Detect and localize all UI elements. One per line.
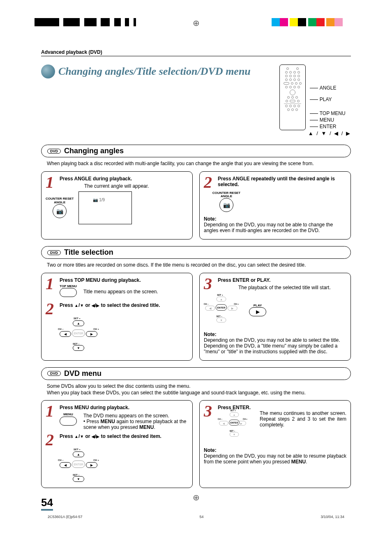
remote-label-topmenu: TOP MENU [308,111,351,116]
remote-label-angle: ANGLE [308,85,351,91]
registration-mark-top: ⊕ [193,18,200,28]
step-number: 2 [46,302,57,315]
top-menu-button-icon [60,288,77,297]
step-panel: 1 Press MENU during playback. MENU The D… [41,400,193,488]
remote-label-enter: ENTER [308,124,351,129]
step-panel: 3 Press ENTER or PLAY. The playback of t… [199,273,351,361]
angle-button-icon: 📷 [53,204,67,218]
dpad-icon: SET + ▲ CH – ◀ ENTER CH + ▶ SET – ▼ [204,295,239,322]
dvd-badge-icon: DVD [47,149,61,154]
step-panel: 2 Press ANGLE repeatedly until the desir… [199,171,351,240]
note-heading: Note: [204,447,346,453]
note-text: Depending on the DVD, you may not be abl… [204,453,346,465]
step-number: 2 [46,433,57,447]
step-number: 3 [204,405,215,443]
registration-mark-bottom: ⊕ [193,493,200,502]
note-heading: Note: [204,332,346,337]
angle-button-icon: 📷 [219,198,233,212]
remote-label-play: PLAY [308,97,351,102]
section-heading-dvd-menu: DVD DVD menu [41,367,351,380]
step-panel: 3 Press ENTER. SET + ▲ CH – ◀ ENTER CH +… [199,400,351,488]
osd-display: 📷 1/9 [78,191,132,224]
note-heading: Note: [204,216,346,222]
step-number: 1 [46,405,57,430]
color-registration-strip [272,18,343,28]
note-text: Depending on the DVD, you may not be abl… [204,222,346,233]
page-title: Changing angles/Title selection/DVD menu [41,64,251,78]
dpad-icon: SET + ▲ CH – ◀ ENTER CH + ▶ SET – ▼ [58,318,99,351]
step-number: 1 [46,176,57,189]
intro-text: When playing back a disc recorded with m… [47,161,345,167]
remote-icon [280,65,305,115]
section-heading-title-selection: DVD Title selection [41,246,351,259]
page-number: 54 [41,496,53,511]
breadcrumb: Advanced playback (DVD) [41,49,351,56]
dvd-badge-icon: DVD [47,371,61,376]
intro-text: Some DVDs allow you to select the disc c… [47,383,345,396]
play-button-icon: ▶ [249,307,266,316]
note-text: Depending on the DVD, you may not be abl… [204,337,346,355]
dvd-badge-icon: DVD [47,250,61,255]
step-number: 1 [46,277,57,298]
step-panel: 1 Press ANGLE during playback. The curre… [41,171,193,240]
registration-blocks [35,18,136,28]
intro-text: Two or more titles are recorded on some … [47,262,345,269]
remote-label-nav: ▲ / ▼ / ◀ / ▶ [308,130,351,136]
step-number: 3 [204,277,215,290]
dpad-icon: SET + ▲ CH – ◀ ENTER CH + ▶ SET – ▼ [218,410,247,437]
title-bullet-icon [41,64,55,78]
menu-button-icon [60,417,77,426]
remote-diagram: ANGLE PLAY TOP MENU MENU ENTER ▲ / ▼ / ◀… [279,64,351,136]
remote-label-menu: MENU [308,117,351,123]
dpad-icon: SET + ▲ CH – ◀ ENTER CH + ▶ SET – ▼ [58,449,99,482]
section-heading-changing-angles: DVD Changing angles [41,145,351,157]
step-number: 2 [204,176,215,189]
footer: 2C53601A (E)p54-57 54 3/10/04, 11:34 [48,515,344,519]
step-panel: 1 Press TOP MENU during playback. TOP ME… [41,273,193,361]
